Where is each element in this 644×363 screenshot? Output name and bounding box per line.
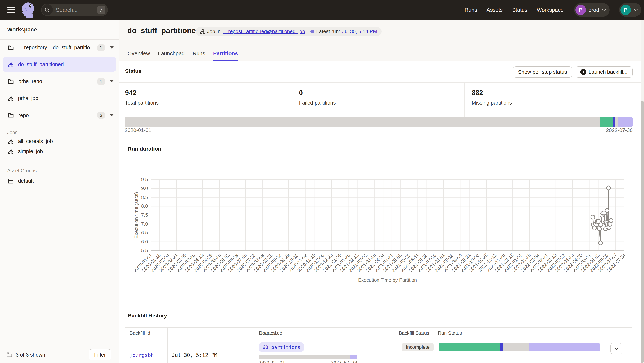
shown-count-text: 3 of 3 shown: [16, 352, 89, 358]
folder-icon: [7, 352, 12, 357]
search-icon: [42, 4, 53, 16]
tab-bar: Overview Launchpad Runs Partitions: [128, 50, 238, 61]
deployment-name: prod: [588, 7, 599, 13]
job-label: simple_job: [18, 148, 43, 154]
bar-segment-green: [600, 116, 613, 127]
missing-partitions-label: Missing partitions: [472, 100, 512, 106]
page-title: do_stuff_partitioned: [127, 26, 200, 35]
filter-button[interactable]: Filter: [89, 349, 111, 360]
requested-partitions-badge[interactable]: 60 partitions: [259, 342, 304, 352]
sidebar-item-prha-job[interactable]: prha_job: [0, 90, 118, 107]
bar-segment-lavender: [528, 343, 558, 352]
search-input[interactable]: Search... /: [41, 4, 108, 16]
backfill-history-table: Backfill Id Created Requested Backfill S…: [125, 328, 632, 363]
scrollbar-thumb[interactable]: [641, 101, 644, 363]
latest-run-link[interactable]: Jul 30, 5:14 PM: [342, 28, 377, 34]
svg-text:6.0: 6.0: [141, 239, 148, 244]
asset-group-label: default: [18, 178, 34, 184]
sidebar-item-all-cereals-job[interactable]: all_cereals_job: [0, 136, 118, 146]
repo-count-badge: 3: [97, 112, 105, 119]
sidebar-repo-repo[interactable]: repo 3: [0, 107, 118, 124]
svg-text:8.0: 8.0: [141, 204, 148, 209]
folder-icon: [8, 79, 14, 84]
plus-circle-icon: +: [580, 69, 586, 75]
status-action-buttons: Show per-step status + Launch backfill..…: [513, 66, 633, 78]
page-header: do_stuff_partitioned Job in __reposi...a…: [119, 20, 644, 61]
repo-label: repo: [18, 112, 97, 118]
repo-label: prha_repo: [18, 78, 97, 84]
asset-group-grid-icon: [8, 178, 13, 184]
partition-status-bar[interactable]: [125, 116, 633, 127]
failed-partitions-label: Failed partitions: [299, 100, 336, 106]
job-icon: [8, 149, 13, 154]
run-duration-chart[interactable]: 2020-01-012020-01-182020-02-042020-02-21…: [126, 173, 644, 292]
nav-workspace[interactable]: Workspace: [536, 7, 564, 13]
nav-runs[interactable]: Runs: [464, 7, 477, 13]
bar-segment-indigo: [500, 343, 503, 352]
job-icon: [8, 96, 13, 101]
top-nav-links: Runs Assets Status Workspace P prod P: [464, 0, 641, 20]
sidebar-repo-prha[interactable]: prha_repo 1: [0, 73, 118, 90]
user-menu[interactable]: P: [619, 3, 641, 17]
backfill-id-link[interactable]: jozrgsbh: [130, 352, 154, 358]
user-avatar: P: [620, 5, 631, 15]
bar-segment-lavender: [350, 355, 357, 359]
tab-launchpad[interactable]: Launchpad: [158, 50, 184, 61]
nav-assets[interactable]: Assets: [486, 7, 502, 13]
hamburger-menu-icon[interactable]: [7, 6, 16, 14]
job-label: all_cereals_job: [18, 138, 53, 144]
repo-count-badge: 1: [97, 44, 105, 52]
tab-overview[interactable]: Overview: [128, 50, 150, 61]
latest-run-pill: Latest run: Jul 30, 5:14 PM: [306, 27, 382, 36]
svg-text:9.0: 9.0: [141, 186, 148, 191]
bar-segment-gray: [503, 343, 528, 352]
job-origin-link[interactable]: __reposi...artitioned@partitioned_job: [223, 28, 305, 34]
repo-label: __repository__do_stuff_partitio...: [18, 44, 97, 50]
bar-segment-lavender: [559, 343, 600, 352]
chevron-down-icon[interactable]: [110, 46, 114, 49]
bar-segment-indigo: [613, 116, 615, 127]
col-header-run-status: Run Status: [438, 328, 510, 339]
latest-run-label: Latest run:: [316, 28, 340, 34]
sidebar-item-do-stuff-partitioned[interactable]: do_stuff_partitioned: [2, 57, 116, 72]
jobs-section-heading: Jobs: [0, 129, 118, 136]
failed-partitions-value: 0: [299, 89, 303, 97]
chevron-down-icon: [634, 9, 638, 11]
sidebar-item-simple-job[interactable]: simple_job: [0, 146, 118, 156]
job-icon: [8, 62, 13, 67]
sidebar-title: Workspace: [0, 20, 118, 40]
tab-runs[interactable]: Runs: [193, 50, 205, 61]
repo-count-badge: 1: [97, 78, 105, 85]
requested-range-bar: [259, 355, 357, 359]
col-header-backfill-status: Backfill Status: [376, 328, 429, 339]
chart-x-axis-caption: Execution Time by Partition: [316, 278, 460, 283]
tab-partitions[interactable]: Partitions: [213, 50, 238, 61]
bar-segment-gray: [125, 116, 600, 127]
dagster-logo-icon[interactable]: [20, 2, 37, 19]
chevron-down-icon[interactable]: [110, 114, 114, 116]
sidebar-item-default-asset-group[interactable]: default: [0, 174, 118, 188]
deployment-switcher[interactable]: P prod: [574, 3, 610, 17]
partition-bar-end-date: 2022-07-30: [606, 127, 633, 133]
launch-backfill-button[interactable]: + Launch backfill...: [575, 66, 633, 78]
chevron-down-icon[interactable]: [110, 80, 114, 82]
run-duration-title: Run duration: [128, 146, 161, 152]
job-in-label: Job in: [207, 28, 220, 34]
backfill-history-title: Backfill History: [128, 313, 167, 319]
col-header-backfill-id: Backfill Id: [130, 328, 164, 339]
nav-status[interactable]: Status: [512, 7, 527, 13]
chevron-down-icon: [614, 347, 619, 350]
total-partitions-value: 942: [125, 89, 136, 97]
table-row: jozrgsbh Jul 30, 5:12 PM 60 partitions 2…: [125, 339, 632, 363]
total-partitions-label: Total partitions: [125, 100, 159, 106]
missing-partitions-value: 882: [472, 89, 483, 97]
run-status-bar[interactable]: [438, 343, 600, 352]
created-cell: Jul 30, 5:12 PM: [172, 352, 217, 358]
row-expand-button[interactable]: [610, 343, 622, 354]
requested-range-start: 2020-01-01: [259, 360, 285, 363]
show-per-step-status-button[interactable]: Show per-step status: [513, 66, 572, 78]
bar-segment-gray: [615, 116, 618, 127]
partition-stats-row: 942 Total partitions 0 Failed partitions…: [119, 82, 644, 117]
svg-text:6.5: 6.5: [141, 230, 148, 236]
sidebar-repo-do-stuff[interactable]: __repository__do_stuff_partitio... 1: [0, 40, 118, 56]
